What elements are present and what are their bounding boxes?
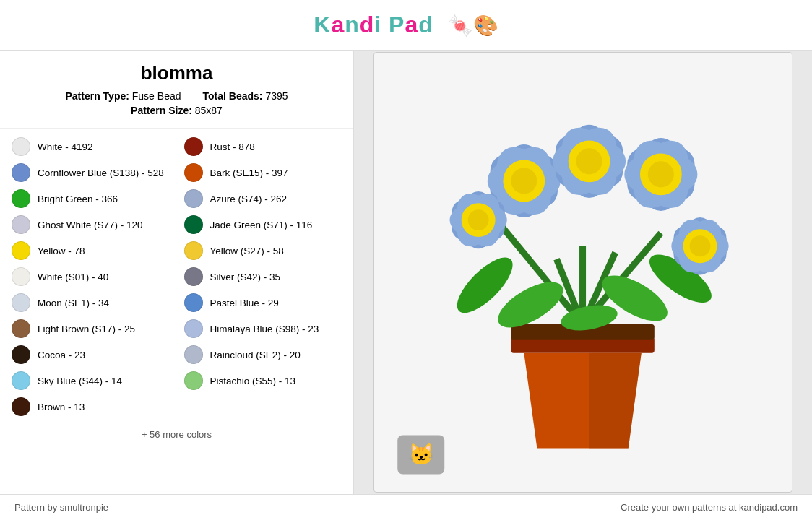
color-item: Bright Green - 366 [12, 189, 170, 208]
color-item: Silver (S42) - 35 [184, 267, 342, 286]
pattern-preview-svg: 🐱 [384, 64, 781, 481]
color-item: Yellow (S27) - 58 [184, 241, 342, 260]
color-item: Jade Green (S71) - 116 [184, 215, 342, 234]
svg-text:🐱: 🐱 [408, 442, 435, 467]
pattern-size-value: 85x87 [195, 105, 223, 116]
color-item: Raincloud (SE2) - 20 [184, 345, 342, 364]
color-label: Bark (SE15) - 397 [210, 168, 288, 178]
color-swatch [184, 293, 203, 312]
color-label: Moon (SE1) - 34 [38, 298, 109, 308]
main-content: blomma Pattern Type: Fuse Bead Total Bea… [0, 51, 812, 494]
color-label: Rust - 878 [210, 142, 255, 152]
color-item: Yellow - 78 [12, 241, 170, 260]
more-colors-label: + 56 more colors [12, 429, 342, 440]
color-label: Pistachio (S55) - 13 [210, 376, 296, 386]
logo-letter: n [345, 12, 360, 38]
color-item: Sky Blue (S44) - 14 [12, 371, 170, 390]
footer: Pattern by smultronpie Create your own p… [0, 494, 812, 520]
color-swatch [184, 163, 203, 182]
logo-letter: a [405, 12, 418, 38]
color-label: Azure (S74) - 262 [210, 194, 288, 204]
color-list: White - 4192 Rust - 878 Cornflower Blue … [0, 129, 353, 494]
color-item: Bark (SE15) - 397 [184, 163, 342, 182]
header: Kandi Pad 🍬🎨 [0, 0, 812, 51]
svg-point-54 [468, 209, 489, 230]
logo: Kandi Pad 🍬🎨 [314, 12, 498, 38]
svg-point-46 [690, 235, 711, 256]
color-item: White (S01) - 40 [12, 267, 170, 286]
color-label: Yellow - 78 [38, 246, 85, 256]
svg-point-22 [511, 168, 537, 194]
color-item: Rust - 878 [184, 137, 342, 156]
color-item: Cornflower Blue (S138) - 528 [12, 163, 170, 182]
logo-letter: a [331, 12, 345, 38]
color-label: Himalaya Blue (S98) - 23 [210, 324, 319, 334]
color-swatch [12, 215, 30, 234]
color-item: Light Brown (S17) - 25 [12, 319, 170, 338]
color-swatch [184, 345, 203, 364]
color-swatch [12, 397, 30, 416]
svg-point-38 [648, 162, 674, 188]
total-beads-label: Total Beads: [203, 90, 263, 102]
pattern-size-row: Pattern Size: 85x87 [14, 105, 339, 116]
color-item: Ghost White (S77) - 120 [12, 215, 170, 234]
pattern-type: Pattern Type: Fuse Bead [65, 90, 181, 102]
color-swatch [12, 319, 30, 338]
color-label: Bright Green - 366 [38, 194, 118, 204]
total-beads-value: 7395 [265, 90, 288, 102]
pattern-meta: Pattern Type: Fuse Bead Total Beads: 739… [14, 90, 339, 102]
color-label: White - 4192 [38, 142, 93, 152]
color-swatch [184, 371, 203, 390]
color-label: Brown - 13 [38, 402, 85, 412]
preview-box: 🐱 🐱 [373, 52, 792, 493]
footer-left: Pattern by smultronpie [14, 502, 108, 513]
color-swatch [184, 215, 203, 234]
pattern-type-value: Fuse Bead [132, 90, 181, 102]
color-grid: White - 4192 Rust - 878 Cornflower Blue … [12, 137, 342, 440]
right-panel: 🐱 🐱 [354, 51, 812, 494]
logo-letter: d [418, 12, 433, 38]
logo-letter: P [389, 12, 405, 38]
left-panel: blomma Pattern Type: Fuse Bead Total Bea… [0, 51, 354, 494]
footer-right: Create your own patterns at kandipad.com [621, 502, 798, 513]
color-swatch [12, 345, 30, 364]
color-swatch [12, 241, 30, 260]
logo-letter: d [360, 12, 375, 38]
color-swatch [12, 163, 30, 182]
pattern-info: blomma Pattern Type: Fuse Bead Total Bea… [0, 51, 353, 129]
color-swatch [184, 189, 203, 208]
color-label: Raincloud (SE2) - 20 [210, 350, 301, 360]
color-item: Azure (S74) - 262 [184, 189, 342, 208]
pattern-type-label: Pattern Type: [65, 90, 129, 102]
color-item: Pastel Blue - 29 [184, 293, 342, 312]
color-item: Himalaya Blue (S98) - 23 [184, 319, 342, 338]
color-swatch [12, 371, 30, 390]
color-item: Moon (SE1) - 34 [12, 293, 170, 312]
color-label: Light Brown (S17) - 25 [38, 324, 135, 334]
color-swatch [184, 319, 203, 338]
color-swatch [12, 137, 30, 156]
color-label: Yellow (S27) - 58 [210, 246, 284, 256]
color-label: Ghost White (S77) - 120 [38, 220, 143, 230]
color-label: Pastel Blue - 29 [210, 298, 279, 308]
color-item: Pistachio (S55) - 13 [184, 371, 342, 390]
color-swatch [12, 293, 30, 312]
pattern-title: blomma [14, 62, 339, 84]
svg-point-30 [576, 149, 602, 175]
color-swatch [184, 241, 203, 260]
color-label: Sky Blue (S44) - 14 [38, 376, 122, 386]
color-swatch [12, 267, 30, 286]
color-label: Cocoa - 23 [38, 350, 85, 360]
pattern-size: Pattern Size: 85x87 [131, 105, 223, 116]
color-swatch [184, 267, 203, 286]
color-swatch [184, 137, 203, 156]
logo-letter: i [374, 12, 381, 38]
color-item: Brown - 13 [12, 397, 170, 416]
logo-letter: K [314, 12, 331, 38]
color-label: White (S01) - 40 [38, 272, 108, 282]
color-item: White - 4192 [12, 137, 170, 156]
color-label: Cornflower Blue (S138) - 528 [38, 168, 164, 178]
pattern-size-label: Pattern Size: [131, 105, 192, 116]
total-beads: Total Beads: 7395 [203, 90, 288, 102]
color-swatch [12, 189, 30, 208]
